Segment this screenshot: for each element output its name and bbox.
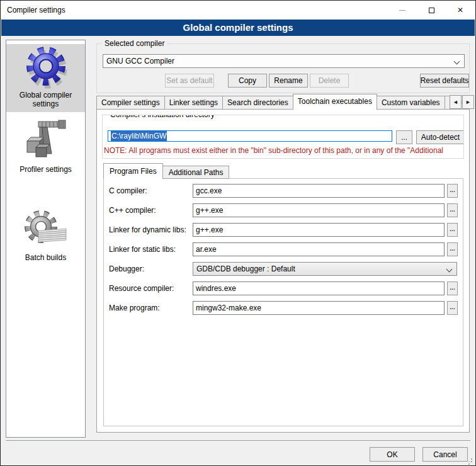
linker-static-input[interactable]: ar.exe [193,242,445,256]
compiler-settings-dialog: Compiler settings ✕ Global compiler sett… [0,0,476,466]
make-program-input[interactable]: mingw32-make.exe [193,301,445,315]
selected-compiler-dropdown[interactable]: GNU GCC Compiler [103,54,465,68]
copy-button[interactable]: Copy [228,74,267,88]
ok-button[interactable]: OK [370,447,415,462]
tab-additional-paths[interactable]: Additional Paths [162,166,230,179]
rename-button[interactable]: Rename [269,74,308,88]
resource-compiler-browse-button[interactable]: ... [447,281,458,295]
tab-toolchain-executables[interactable]: Toolchain executables [293,94,377,110]
debugger-dropdown[interactable]: GDB/CDB debugger : Default [193,262,457,276]
bin-subdirectory-note: NOTE: All programs must exist either in … [104,146,464,155]
sidebar-item-profiler-settings[interactable]: Profiler settings [6,118,85,178]
make-program-label: Make program: [109,301,160,315]
browse-directory-button[interactable]: ... [396,130,412,144]
debugger-value: GDB/CDB debugger : Default [196,264,295,273]
tab-search-directories[interactable]: Search directories [222,96,293,110]
tab-compiler-settings[interactable]: Compiler settings [96,96,165,110]
compiler-tabs: Compiler settings Linker settings Search… [96,94,465,110]
debugger-label: Debugger: [109,262,144,276]
blue-gear-icon [23,44,69,89]
settings-category-list: Global compiler settings Profiler settin… [6,40,86,438]
linker-static-label: Linker for static libs: [109,242,176,256]
caliper-icon [23,118,69,164]
grey-gear-stack-icon [23,207,69,252]
tab-custom-variables[interactable]: Custom variables [377,96,445,110]
c-compiler-label: C compiler: [109,184,147,198]
chevron-down-icon [446,266,453,273]
tab-scroll-left-button[interactable]: ◄ [450,95,462,109]
window-controls: ✕ [388,1,475,20]
tab-linker-settings[interactable]: Linker settings [164,96,223,110]
cancel-button[interactable]: Cancel [422,447,468,462]
cpp-compiler-browse-button[interactable]: ... [447,203,458,217]
tab-scroll-right-button[interactable]: ► [462,95,474,109]
sidebar-item-label: Global compiler settings [6,91,85,112]
titlebar[interactable]: Compiler settings ✕ [1,1,475,20]
maximize-icon [429,8,434,13]
installation-directory-input[interactable]: C:\raylib\MinGW [108,130,392,142]
tab-scroll-buttons: ◄ ► [449,95,474,109]
dialog-header: Global compiler settings [1,20,475,36]
sidebar-item-label: Profiler settings [6,165,85,178]
close-button[interactable]: ✕ [446,1,475,20]
tab-scroll-left-icon: ◄ [453,99,458,105]
program-files-tabs: Program Files Additional Paths [103,163,229,179]
selected-compiler-value: GNU GCC Compiler [106,57,174,65]
make-program-value: mingw32-make.exe [196,304,261,312]
cpp-compiler-input[interactable]: g++.exe [193,203,445,217]
c-compiler-value: gcc.exe [196,186,222,195]
sidebar-item-batch-builds[interactable]: Batch builds [6,207,85,266]
resource-compiler-input[interactable]: windres.exe [193,281,445,295]
footer-divider [6,440,470,441]
sidebar-item-label: Batch builds [6,253,85,266]
minimize-icon [399,10,405,11]
delete-button[interactable]: Delete [310,74,349,88]
installation-directory-value: C:\raylib\MinGW [111,131,167,141]
maximize-button[interactable] [417,1,446,20]
tab-scroll-right-icon: ► [465,99,471,105]
reset-defaults-button[interactable]: Reset defaults [420,74,469,88]
cpp-compiler-value: g++.exe [196,206,223,215]
linker-static-value: ar.exe [196,245,217,254]
chevron-down-icon [454,59,460,65]
toolchain-executables-panel: Compiler's installation directory C:\ray… [96,109,470,433]
cpp-compiler-label: C++ compiler: [109,203,156,217]
linker-dynamic-browse-button[interactable]: ... [447,223,458,237]
installation-directory-group-label: Compiler's installation directory [108,115,217,119]
c-compiler-input[interactable]: gcc.exe [193,184,445,198]
resize-grip[interactable] [465,455,473,463]
program-files-page: C compiler: gcc.exe ... C++ compiler: g+… [103,178,463,426]
linker-dynamic-input[interactable]: g++.exe [193,223,445,237]
resource-compiler-value: windres.exe [196,284,236,293]
set-as-default-button[interactable]: Set as default [165,74,214,88]
close-icon: ✕ [457,6,463,14]
make-program-browse-button[interactable]: ... [447,301,458,315]
window-title: Compiler settings [1,6,65,14]
c-compiler-browse-button[interactable]: ... [447,184,458,198]
tab-program-files[interactable]: Program Files [103,163,163,179]
auto-detect-button[interactable]: Auto-detect [416,130,464,144]
selected-compiler-group-label: Selected compiler [102,39,167,48]
linker-dynamic-value: g++.exe [196,225,223,234]
resource-compiler-label: Resource compiler: [109,281,174,295]
installation-directory-group: Compiler's installation directory C:\ray… [102,115,464,159]
sidebar-item-global-compiler-settings[interactable]: Global compiler settings [6,44,85,112]
linker-dynamic-label: Linker for dynamic libs: [109,223,186,237]
linker-static-browse-button[interactable]: ... [447,242,458,256]
selected-compiler-group: Selected compiler GNU GCC Compiler Set a… [96,43,470,93]
minimize-button[interactable] [388,1,417,20]
